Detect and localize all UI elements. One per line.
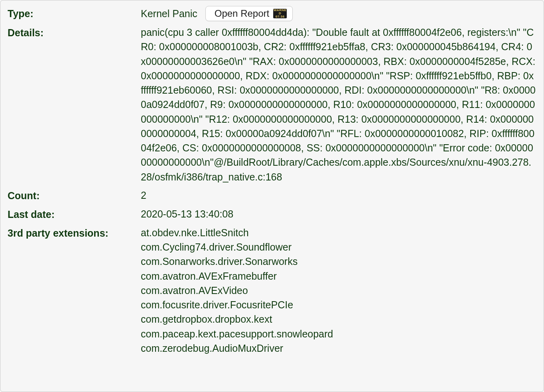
crash-report-panel: Type: Kernel Panic Open Report WARNED 07… <box>0 0 544 392</box>
report-icon-line1: WARNED <box>273 9 287 15</box>
count-row: Count: 2 <box>8 188 536 203</box>
extension-item: com.avatron.AVExFramebuffer <box>141 269 536 283</box>
count-value: 2 <box>141 188 536 202</box>
details-row: Details: panic(cpu 3 caller 0xffffff8000… <box>8 25 536 184</box>
extension-item: at.obdev.nke.LittleSnitch <box>141 225 536 240</box>
extension-item: com.avatron.AVExVideo <box>141 283 536 298</box>
type-label: Type: <box>8 6 141 21</box>
details-value: panic(cpu 3 caller 0xffffff80004dd4da): … <box>141 25 536 184</box>
report-icon: WARNED 07:36 <box>273 9 287 18</box>
extension-item: com.getdropbox.dropbox.kext <box>141 312 536 326</box>
extension-item: com.zerodebug.AudioMuxDriver <box>141 341 536 355</box>
extensions-row: 3rd party extensions: at.obdev.nke.Littl… <box>8 225 536 355</box>
extension-item: com.focusrite.driver.FocusritePCIe <box>141 298 536 312</box>
open-report-label: Open Report <box>215 8 269 19</box>
extensions-value: at.obdev.nke.LittleSnitch com.Cycling74.… <box>141 225 536 355</box>
type-row: Type: Kernel Panic Open Report WARNED 07… <box>8 6 536 21</box>
count-label: Count: <box>8 188 141 203</box>
extensions-label: 3rd party extensions: <box>8 225 141 240</box>
last-date-value: 2020-05-13 13:40:08 <box>141 207 536 221</box>
extensions-list: at.obdev.nke.LittleSnitch com.Cycling74.… <box>141 225 536 355</box>
open-report-button[interactable]: Open Report WARNED 07:36 <box>205 6 293 21</box>
last-date-label: Last date: <box>8 207 141 221</box>
last-date-row: Last date: 2020-05-13 13:40:08 <box>8 207 536 221</box>
type-value: Kernel Panic <box>141 6 197 21</box>
details-label: Details: <box>8 25 141 40</box>
extension-item: com.Sonarworks.driver.Sonarworks <box>141 254 536 269</box>
type-value-col: Kernel Panic Open Report WARNED 07:36 <box>141 6 536 21</box>
extension-item: com.paceap.kext.pacesupport.snowleopard <box>141 327 536 341</box>
extension-item: com.Cycling74.driver.Soundflower <box>141 240 536 254</box>
report-icon-line2: 07:36 <box>276 15 285 18</box>
